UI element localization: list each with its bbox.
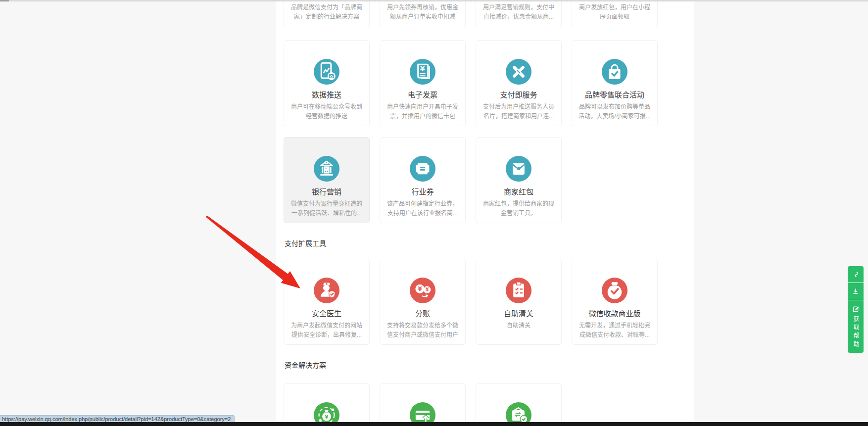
svg-text:¥: ¥ [325,414,329,420]
product-desc: 该产品可创建指定行业券，支持用户在该行业报名商... [380,199,465,218]
product-card[interactable]: 商户发放红包，用户在小程序页面领取 [572,0,658,28]
content-panel: 品牌是微信支付为「品牌商家」定制的行业解决方案用户先领券再核销，优惠金额从商户订… [276,0,694,426]
product-card[interactable]: 品牌零售联合活动品牌可以发布加价购等单品活动，大卖场/小商家可报... [572,40,658,126]
bottom-edge-bar [0,422,868,426]
product-card[interactable]: ¥¥分账支持将交易款分发给多个微信支付商户或微信支付用户 [380,259,466,345]
product-desc: 用户满足营销规则，支付中直接减价，优惠金额从商... [476,3,561,22]
top-corner-segment [0,0,9,1]
product-title: 数据推送 [284,89,369,99]
product-desc: 无需开发，通过手机轻松完成微信支付收款、对账等... [572,321,657,340]
svg-text:¥: ¥ [425,286,429,292]
product-title: 银行营销 [284,186,369,196]
product-title: 微信收款商业版 [572,308,657,318]
product-card[interactable]: 安全医生为商户发起微信支付的网站提供安全诊断，出具修复... [284,259,370,345]
svg-text:¥: ¥ [420,65,425,73]
wechat-collect-icon [602,278,627,303]
product-desc: 微信支付为银行量身打造的一系列促活跃、增粘性的... [284,199,369,218]
product-desc: 商家红包，提供给商家的现金营销工具。 [476,199,561,218]
pay-as-service-icon [506,59,531,85]
product-title: 安全医生 [284,308,369,318]
edit-icon [851,304,860,313]
product-row: 品牌是微信支付为「品牌商家」定制的行业解决方案用户先领券再核销，优惠金额从商户订… [284,0,689,28]
product-desc: 品牌可以发布加价购等单品活动，大卖场/小商家可报... [572,102,657,121]
security-doctor-icon [314,278,339,303]
toolbar-download-button[interactable] [848,283,864,300]
statusbar-url: https://pay.weixin.qq.com/index.php/publ… [2,416,231,422]
product-card[interactable]: 品牌是微信支付为「品牌商家」定制的行业解决方案 [284,0,370,28]
product-desc: 商户可在移动端公众号收到经营数据的推送 [284,102,369,121]
product-card[interactable]: 商家红包商家红包，提供给商家的现金营销工具。 [476,137,562,223]
product-row: 安全医生为商户发起微信支付的网站提供安全诊断，出具修复...¥¥分账支持将交易款… [284,259,689,345]
product-card[interactable]: 行业券该产品可创建指定行业券，支持用户在该行业报名商... [380,137,466,223]
product-card[interactable] [476,383,562,426]
product-card[interactable]: ¥银行营销微信支付为银行量身打造的一系列促活跃、增粘性的... [284,137,370,223]
e-invoice-icon: ¥ [410,59,435,85]
svg-text:¥: ¥ [325,167,329,173]
product-title: 支付即服务 [476,89,561,99]
product-card[interactable]: 用户先领券再核销，优惠金额从商户订单实收中扣减 [380,0,466,28]
product-title: 自助清关 [476,308,561,318]
product-card[interactable]: 数据推送商户可在移动端公众号收到经营数据的推送 [284,40,370,126]
download-icon [851,287,860,296]
red-packet-icon [506,156,531,182]
bank-marketing-icon: ¥ [314,156,339,182]
product-card[interactable]: 微信收款商业版无需开发，通过手机轻松完成微信支付收款、对账等... [572,259,658,345]
product-card[interactable]: 用户满足营销规则，支付中直接减价，优惠金额从商... [476,0,562,28]
top-edge-bar [0,0,868,1]
product-card[interactable]: ¥电子发票商户快速向用户开具电子发票，并插用户的微信卡包 [380,40,466,126]
link-icon [851,270,860,279]
section-title: 资金解决方案 [285,360,689,370]
product-title: 电子发票 [380,89,465,99]
product-desc: 用户先领券再核销，优惠金额从商户订单实收中扣减 [380,3,465,22]
product-desc: 为商户发起微信支付的网站提供安全诊断，出具修复... [284,321,369,340]
product-card[interactable]: 自助清关自助清关 [476,259,562,345]
product-row: 数据推送商户可在移动端公众号收到经营数据的推送¥电子发票商户快速向用户开具电子发… [284,40,689,126]
svg-text:¥: ¥ [418,285,422,292]
product-card[interactable]: ¥ [284,383,370,426]
section-title: 支付扩展工具 [285,238,689,248]
product-desc: 商户快速向用户开具电子发票，并插用户的微信卡包 [380,102,465,121]
industry-coupon-icon [410,156,435,182]
toolbar-link-button[interactable] [848,266,864,283]
product-desc: 品牌是微信支付为「品牌商家」定制的行业解决方案 [284,3,369,22]
product-title: 品牌零售联合活动 [572,89,657,99]
product-desc: 自助清关 [476,321,561,331]
product-card[interactable] [380,383,466,426]
profit-sharing-icon: ¥¥ [410,278,435,303]
product-grid: 品牌是微信支付为「品牌商家」定制的行业解决方案用户先领券再核销，优惠金额从商户订… [284,0,689,426]
product-title: 商家红包 [476,186,561,196]
product-title: 行业券 [380,186,465,196]
data-push-icon [314,59,339,85]
product-desc: 商户发放红包，用户在小程序页面领取 [572,3,657,22]
product-row: ¥银行营销微信支付为银行量身打造的一系列促活跃、增粘性的...行业券该产品可创建… [284,137,689,223]
product-desc: 支付后为用户推送服务人员名片，搭建商家和用户连... [476,102,561,121]
get-help-label: 获取帮助 [851,316,860,349]
brand-retail-icon [602,59,627,85]
product-desc: 支持将交易款分发给多个微信支付商户或微信支付用户 [380,321,465,340]
toolbar-get-help-button[interactable]: 获取帮助 [848,300,864,353]
product-card[interactable]: 支付即服务支付后为用户推送服务人员名片，搭建商家和用户连... [476,40,562,126]
customs-icon [506,278,531,303]
side-help-toolbar: 获取帮助 [848,266,864,353]
product-title: 分账 [380,308,465,318]
product-row: ¥ [284,383,689,426]
